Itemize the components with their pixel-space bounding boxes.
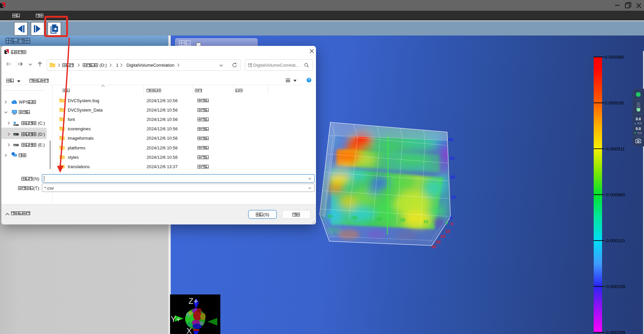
svg-text:30: 30 (449, 156, 454, 161)
svg-text:0: 0 (445, 220, 448, 225)
svg-text:0: 0 (451, 221, 453, 226)
svg-text:0: 0 (450, 215, 452, 220)
svg-text:10: 10 (451, 195, 456, 200)
svg-text:20: 20 (440, 234, 445, 239)
svg-text:50: 50 (328, 214, 333, 219)
svg-text:30: 30 (376, 216, 381, 221)
svg-text:40: 40 (431, 244, 436, 249)
svg-text:40: 40 (448, 137, 453, 142)
svg-text:20: 20 (450, 175, 455, 180)
svg-text:20: 20 (400, 217, 405, 222)
svg-text:40: 40 (352, 215, 357, 220)
svg-text:10: 10 (445, 229, 450, 234)
svg-text:10: 10 (423, 219, 428, 224)
svg-text:30: 30 (436, 240, 441, 245)
